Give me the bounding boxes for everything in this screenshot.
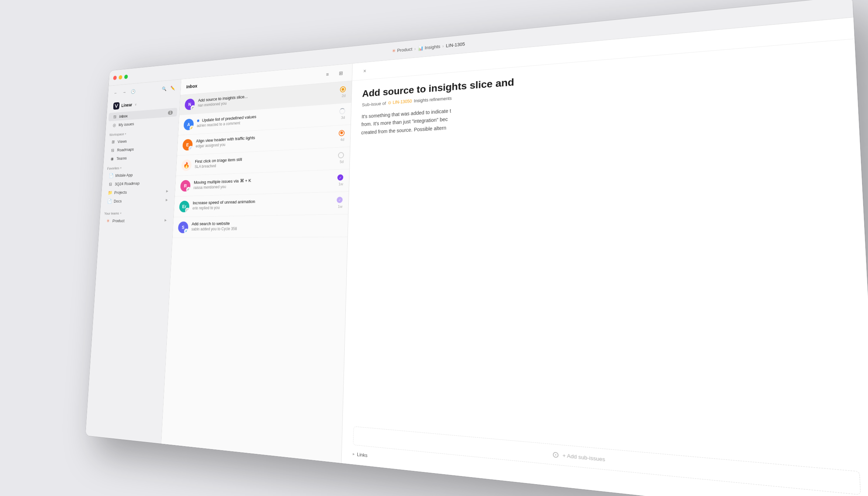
close-detail-button[interactable]: × <box>360 66 370 76</box>
breadcrumb-insights[interactable]: 📊 Insights <box>418 44 440 51</box>
notif-content-5: Moving multiple issues via ⌘ + K raissa … <box>193 175 334 190</box>
avatar-adrien: A 👍 <box>183 118 194 130</box>
notif-content-3: Align view header with traffic lights ed… <box>196 131 335 149</box>
avatar-raissa: R @ <box>180 180 191 192</box>
unread-dot-2 <box>197 120 199 122</box>
status-icon-6: ✓ <box>337 197 342 203</box>
views-icon: ⊞ <box>111 139 116 144</box>
notif-meta-5: ✓ 1w <box>337 174 344 186</box>
sidebar-item-docs[interactable]: 📄 Docs ▶ <box>103 195 172 206</box>
status-icon-1 <box>340 86 346 93</box>
sub-issue-badge[interactable]: ⊙ LIN-13050 <box>388 99 412 106</box>
notif-content-6: Increase speed of unread animation erin … <box>192 197 333 211</box>
search-button[interactable]: 🔍 <box>160 84 168 93</box>
notification-item-lin4909[interactable]: S + Add search to website sabin added yo… <box>173 214 348 238</box>
projects-arrow: ▶ <box>166 189 168 193</box>
filter-button[interactable]: ≡ <box>323 69 332 80</box>
docs-icon: 📄 <box>107 199 112 204</box>
your-teams-section-label[interactable]: Your teams ▾ <box>100 206 174 217</box>
notif-meta-2: 3d <box>339 108 345 120</box>
product-team-arrow: ▶ <box>165 218 167 222</box>
notif-meta-6: ✓ 1w <box>337 197 343 209</box>
main-layout: ← → 🕐 🔍 ✏️ Linear ∨ ⊟ <box>86 17 868 496</box>
avatar-edgar: E → <box>182 139 193 151</box>
overlay-reply: 💬 <box>185 208 189 213</box>
add-sub-issues-label: + Add sub-issues <box>562 452 605 462</box>
notif-time-6: 1w <box>338 204 342 209</box>
notif-time-5: 1w <box>338 182 343 186</box>
notif-time-1: 2d <box>342 93 346 98</box>
forward-button[interactable]: → <box>120 88 128 97</box>
notif-content-7: Add search to website sabin added you to… <box>191 219 338 231</box>
back-button[interactable]: ← <box>112 89 120 97</box>
product-team-icon: ✳ <box>106 218 110 224</box>
compose-button[interactable]: ✏️ <box>169 83 177 93</box>
teams-icon: ◉ <box>110 156 114 161</box>
app-logo-icon <box>113 102 120 110</box>
favorites-chevron: ▾ <box>120 166 122 169</box>
inbox-icon: ⊟ <box>113 114 117 119</box>
traffic-lights <box>113 75 128 80</box>
overlay-add: + <box>184 228 188 233</box>
avatar-erin: Er 💬 <box>179 201 190 213</box>
projects-icon: 📁 <box>107 190 112 195</box>
insights-icon: 📊 <box>418 45 423 51</box>
maximize-button[interactable] <box>124 75 128 79</box>
app-chevron: ∨ <box>135 102 137 106</box>
notif-time-2: 3d <box>341 116 345 120</box>
roadmaps-icon: ⊟ <box>110 148 115 153</box>
overlay-mention2: @ <box>186 187 190 192</box>
status-icon-4 <box>338 152 344 158</box>
status-icon-3 <box>339 130 345 136</box>
notif-meta-1: 2d <box>340 86 346 98</box>
product-icon: ✳ <box>392 48 396 54</box>
your-teams-chevron: ▾ <box>120 211 121 214</box>
breadcrumb-sep-1: › <box>414 46 416 51</box>
notif-meta-3: 4d <box>338 130 345 142</box>
notif-time-3: 4d <box>340 137 344 142</box>
overlay-mention: @ <box>190 105 195 110</box>
app-window: ✳ Product › 📊 Insights › LIN-1305 ← → 🕐 <box>86 0 868 496</box>
mobile-app-icon: 📄 <box>108 173 113 178</box>
nav-buttons: ← → 🕐 <box>112 87 137 97</box>
status-icon-2 <box>339 108 345 114</box>
avatar-nan: N @ <box>185 99 195 110</box>
sub-issue-icon: ⊙ <box>388 100 391 106</box>
notif-meta-4: 5d <box>338 152 344 164</box>
overlay-assign: → <box>188 146 193 151</box>
notif-time-4: 5d <box>340 159 344 164</box>
overlay-react: 👍 <box>189 125 194 131</box>
sub-issues-icon: ⊙ <box>552 449 559 460</box>
settings-filter-button[interactable]: ⊞ <box>336 68 346 78</box>
docs-arrow: ▶ <box>166 198 168 202</box>
my-issues-icon: ◎ <box>112 123 117 128</box>
breadcrumb-sep-2: › <box>442 44 444 49</box>
avatar-sabin: S + <box>178 221 189 233</box>
notif-subtitle-7: sabin added you to Cycle 358 <box>191 225 338 231</box>
minimize-button[interactable] <box>118 75 122 79</box>
notification-item-lin4992[interactable]: Er 💬 Increase speed of unread animation … <box>174 192 349 217</box>
sidebar-item-product-team[interactable]: ✳ Product ▶ <box>101 216 171 225</box>
status-icon-5: ✓ <box>337 174 343 180</box>
roadmap-fav-icon: ⊟ <box>108 182 113 187</box>
breadcrumb-product[interactable]: ✳ Product <box>392 46 412 54</box>
detail-body: It's something that was added to indicat… <box>343 79 868 463</box>
detail-panel: × Add source to insights slice and Sub-i… <box>341 17 868 496</box>
notif-content-4: First click on triage item still SLA bre… <box>194 152 334 169</box>
breadcrumb-issue[interactable]: LIN-1305 <box>446 41 465 48</box>
sidebar-action-buttons: 🔍 ✏️ <box>160 83 177 93</box>
avatar-fire: 🔥 <box>181 159 192 171</box>
links-label: Links <box>357 451 368 458</box>
history-button[interactable]: 🕐 <box>129 87 137 96</box>
inbox-panel: Inbox ≡ ⊞ N @ LIN-13055 Add source to in… <box>161 63 353 463</box>
workspace-chevron: ▾ <box>125 132 127 135</box>
links-chevron: ▸ <box>353 451 355 457</box>
inbox-badge: 1 <box>168 110 173 115</box>
app-name-label: Linear <box>121 102 132 108</box>
close-button[interactable] <box>113 76 117 80</box>
